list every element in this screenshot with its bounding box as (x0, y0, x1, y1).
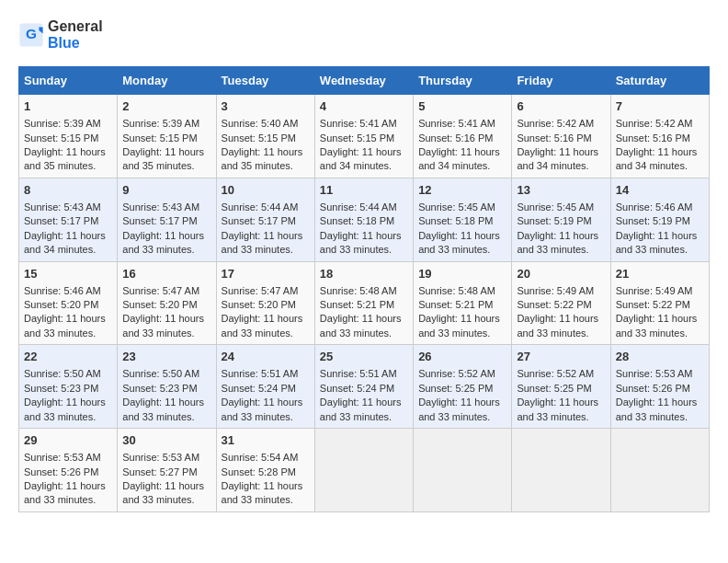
day-number: 24 (222, 349, 310, 365)
calendar-cell: 23Sunrise: 5:50 AMSunset: 5:23 PMDayligh… (118, 345, 216, 429)
logo-icon: G (18, 22, 44, 48)
calendar-cell (414, 429, 512, 512)
calendar-cell: 10Sunrise: 5:44 AMSunset: 5:17 PMDayligh… (216, 178, 314, 261)
calendar-cell: 14Sunrise: 5:46 AMSunset: 5:19 PMDayligh… (610, 178, 709, 261)
calendar-cell: 19Sunrise: 5:48 AMSunset: 5:21 PMDayligh… (414, 261, 512, 345)
day-number: 18 (320, 266, 408, 282)
calendar-cell: 6Sunrise: 5:42 AMSunset: 5:16 PMDaylight… (512, 95, 610, 178)
day-number: 31 (222, 432, 310, 449)
calendar-cell (512, 429, 610, 512)
day-number: 10 (222, 182, 310, 199)
day-number: 14 (616, 182, 704, 199)
day-header-friday: Friday (512, 67, 610, 95)
calendar-cell: 2Sunrise: 5:39 AMSunset: 5:15 PMDaylight… (118, 95, 216, 178)
calendar-cell: 18Sunrise: 5:48 AMSunset: 5:21 PMDayligh… (314, 261, 413, 345)
calendar-cell: 20Sunrise: 5:49 AMSunset: 5:22 PMDayligh… (512, 261, 610, 345)
calendar-cell: 29Sunrise: 5:53 AMSunset: 5:26 PMDayligh… (19, 429, 118, 512)
day-number: 2 (122, 98, 210, 115)
calendar-cell: 27Sunrise: 5:52 AMSunset: 5:25 PMDayligh… (512, 345, 610, 429)
day-header-thursday: Thursday (414, 67, 512, 95)
logo: G General Blue (18, 18, 103, 52)
day-number: 13 (517, 182, 605, 199)
calendar-cell: 16Sunrise: 5:47 AMSunset: 5:20 PMDayligh… (118, 261, 216, 345)
day-number: 6 (517, 98, 605, 115)
day-number: 9 (122, 182, 210, 199)
day-header-wednesday: Wednesday (314, 67, 413, 95)
calendar-cell: 17Sunrise: 5:47 AMSunset: 5:20 PMDayligh… (216, 261, 314, 345)
calendar-cell: 9Sunrise: 5:43 AMSunset: 5:17 PMDaylight… (118, 178, 216, 261)
day-number: 5 (418, 98, 506, 115)
day-number: 28 (616, 349, 704, 365)
calendar-week-row: 29Sunrise: 5:53 AMSunset: 5:26 PMDayligh… (19, 429, 710, 512)
day-number: 8 (24, 182, 112, 199)
day-number: 3 (222, 98, 310, 115)
calendar-cell: 30Sunrise: 5:53 AMSunset: 5:27 PMDayligh… (118, 429, 216, 512)
calendar-cell: 31Sunrise: 5:54 AMSunset: 5:28 PMDayligh… (216, 429, 314, 512)
day-number: 26 (418, 349, 506, 365)
day-number: 1 (24, 98, 112, 115)
calendar-cell: 22Sunrise: 5:50 AMSunset: 5:23 PMDayligh… (19, 345, 118, 429)
calendar-table: SundayMondayTuesdayWednesdayThursdayFrid… (18, 66, 710, 512)
day-number: 16 (122, 266, 210, 282)
calendar-week-row: 8Sunrise: 5:43 AMSunset: 5:17 PMDaylight… (19, 178, 710, 261)
day-number: 7 (616, 98, 704, 115)
calendar-cell: 21Sunrise: 5:49 AMSunset: 5:22 PMDayligh… (610, 261, 709, 345)
calendar-cell: 24Sunrise: 5:51 AMSunset: 5:24 PMDayligh… (216, 345, 314, 429)
calendar-week-row: 1Sunrise: 5:39 AMSunset: 5:15 PMDaylight… (19, 95, 710, 178)
day-number: 22 (24, 349, 112, 365)
logo-text: General Blue (48, 18, 103, 52)
calendar-cell: 12Sunrise: 5:45 AMSunset: 5:18 PMDayligh… (414, 178, 512, 261)
day-number: 20 (517, 266, 605, 282)
day-number: 25 (320, 349, 408, 365)
day-number: 11 (320, 182, 408, 199)
svg-text:G: G (26, 26, 37, 41)
day-number: 4 (320, 98, 408, 115)
calendar-cell: 1Sunrise: 5:39 AMSunset: 5:15 PMDaylight… (19, 95, 118, 178)
calendar-cell: 13Sunrise: 5:45 AMSunset: 5:19 PMDayligh… (512, 178, 610, 261)
calendar-cell: 7Sunrise: 5:42 AMSunset: 5:16 PMDaylight… (610, 95, 709, 178)
calendar-cell: 4Sunrise: 5:41 AMSunset: 5:15 PMDaylight… (314, 95, 413, 178)
day-number: 29 (24, 432, 112, 449)
day-number: 27 (517, 349, 605, 365)
calendar-cell: 25Sunrise: 5:51 AMSunset: 5:24 PMDayligh… (314, 345, 413, 429)
day-number: 23 (122, 349, 210, 365)
calendar-cell: 28Sunrise: 5:53 AMSunset: 5:26 PMDayligh… (610, 345, 709, 429)
day-header-saturday: Saturday (610, 67, 709, 95)
calendar-week-row: 22Sunrise: 5:50 AMSunset: 5:23 PMDayligh… (19, 345, 710, 429)
calendar-cell (610, 429, 709, 512)
calendar-cell: 26Sunrise: 5:52 AMSunset: 5:25 PMDayligh… (414, 345, 512, 429)
calendar-cell: 8Sunrise: 5:43 AMSunset: 5:17 PMDaylight… (19, 178, 118, 261)
day-number: 19 (418, 266, 506, 282)
day-header-tuesday: Tuesday (216, 67, 314, 95)
calendar-cell: 15Sunrise: 5:46 AMSunset: 5:20 PMDayligh… (19, 261, 118, 345)
page-header: G General Blue (18, 18, 710, 52)
calendar-cell: 11Sunrise: 5:44 AMSunset: 5:18 PMDayligh… (314, 178, 413, 261)
day-number: 12 (418, 182, 506, 199)
day-number: 21 (616, 266, 704, 282)
day-number: 15 (24, 266, 112, 282)
day-header-sunday: Sunday (19, 67, 118, 95)
day-number: 17 (222, 266, 310, 282)
calendar-cell (314, 429, 413, 512)
calendar-cell: 3Sunrise: 5:40 AMSunset: 5:15 PMDaylight… (216, 95, 314, 178)
calendar-header-row: SundayMondayTuesdayWednesdayThursdayFrid… (19, 67, 710, 95)
calendar-week-row: 15Sunrise: 5:46 AMSunset: 5:20 PMDayligh… (19, 261, 710, 345)
day-header-monday: Monday (118, 67, 216, 95)
day-number: 30 (122, 432, 210, 449)
calendar-cell: 5Sunrise: 5:41 AMSunset: 5:16 PMDaylight… (414, 95, 512, 178)
